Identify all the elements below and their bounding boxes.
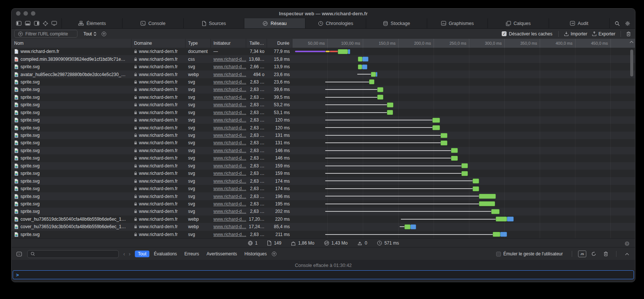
- waterfall-bar[interactable]: [292, 185, 635, 192]
- column-header-initiator[interactable]: Initiateur: [211, 39, 246, 48]
- filter-options-icon[interactable]: [99, 30, 108, 38]
- column-header-duration[interactable]: Durée: [267, 39, 292, 48]
- table-row[interactable]: sprite.svgwww.richard-dern.frsvgwww.rich…: [12, 124, 635, 131]
- waterfall-bar[interactable]: [292, 162, 635, 170]
- table-row[interactable]: sprite.svgwww.richard-dern.frsvgwww.rich…: [12, 109, 635, 116]
- import-button[interactable]: Importer: [564, 31, 587, 37]
- console-filter-icon[interactable]: [270, 250, 279, 258]
- table-row[interactable]: sprite.svgwww.richard-dern.frsvgwww.rich…: [12, 116, 635, 124]
- table-row[interactable]: sprite.svgwww.richard-dern.frsvgwww.rich…: [12, 139, 635, 147]
- tab-éléments[interactable]: Éléments: [62, 18, 123, 28]
- console-scope-tout[interactable]: Tout: [135, 251, 149, 257]
- resource-type-popup[interactable]: Tout: [83, 31, 96, 37]
- table-row[interactable]: sprite.svgwww.richard-dern.frsvgwww.rich…: [12, 154, 635, 162]
- dock-to-right-icon[interactable]: [34, 20, 39, 27]
- vertical-scrollbar[interactable]: [630, 50, 633, 76]
- help-icon[interactable]: ?: [622, 240, 631, 247]
- inspect-target-icon[interactable]: [43, 20, 48, 27]
- initiator-link[interactable]: www.richard-d…: [213, 194, 246, 199]
- chevron-up-icon[interactable]: [629, 41, 634, 43]
- waterfall-bar[interactable]: [292, 192, 635, 200]
- table-row[interactable]: sprite.svgwww.richard-dern.frsvgwww.rich…: [12, 63, 635, 70]
- dock-to-bottom-icon[interactable]: [25, 20, 31, 27]
- table-row[interactable]: sprite.svgwww.richard-dern.frsvgwww.rich…: [12, 185, 635, 192]
- table-row[interactable]: sprite.svgwww.richard-dern.frsvgwww.rich…: [12, 170, 635, 177]
- initiator-link[interactable]: www.richard-d…: [213, 186, 246, 191]
- initiator-link[interactable]: www.richard-d…: [213, 140, 246, 145]
- console-panel-picker-icon[interactable]: [15, 250, 23, 258]
- initiator-link[interactable]: www.richard-d…: [213, 117, 246, 123]
- tab-chronologies[interactable]: Chronologies: [305, 18, 366, 28]
- waterfall-bar[interactable]: [292, 154, 635, 162]
- initiator-link[interactable]: www.richard-d…: [213, 232, 246, 237]
- table-row[interactable]: cover_hu736519dc3b5040cfa48b6b559b6de6ec…: [12, 215, 635, 223]
- table-row[interactable]: sprite.svgwww.richard-dern.frsvgwww.rich…: [12, 132, 635, 139]
- initiator-link[interactable]: www.richard-d…: [213, 224, 246, 229]
- waterfall-bar[interactable]: [292, 55, 635, 63]
- initiator-link[interactable]: www.richard-d…: [213, 79, 246, 85]
- device-icon[interactable]: [51, 20, 57, 27]
- initiator-link[interactable]: www.richard-d…: [213, 163, 246, 169]
- waterfall-bar[interactable]: [292, 78, 635, 86]
- waterfall-bar[interactable]: [292, 86, 635, 93]
- column-header-name[interactable]: Nom: [12, 39, 131, 48]
- table-row[interactable]: sprite.svgwww.richard-dern.frsvgwww.rich…: [12, 177, 635, 185]
- column-header-type[interactable]: Type: [185, 39, 211, 48]
- initiator-link[interactable]: www.richard-d…: [213, 95, 246, 100]
- initiator-link[interactable]: www.richard-d…: [213, 148, 246, 153]
- waterfall-bar[interactable]: [292, 70, 635, 78]
- initiator-link[interactable]: www.richard-d…: [213, 217, 246, 222]
- waterfall-bar[interactable]: [292, 223, 635, 230]
- waterfall-bar[interactable]: [292, 139, 635, 147]
- waterfall-bar[interactable]: [292, 208, 635, 215]
- tab-stockage[interactable]: Stockage: [366, 18, 427, 28]
- collapse-console-icon[interactable]: [622, 250, 631, 258]
- initiator-link[interactable]: www.richard-d…: [213, 201, 246, 207]
- clear-network-trash-icon[interactable]: [624, 30, 633, 38]
- initiator-link[interactable]: www.richard-d…: [213, 125, 246, 130]
- table-row[interactable]: cover_hu736519dc3b5040cfa48b6b559b6de6ec…: [12, 223, 635, 230]
- waterfall-bar[interactable]: [292, 124, 635, 131]
- initiator-link[interactable]: www.richard-d…: [213, 133, 246, 138]
- waterfall-bar[interactable]: [292, 48, 635, 55]
- waterfall-bar[interactable]: [292, 170, 635, 177]
- table-row[interactable]: sprite.svgwww.richard-dern.frsvgwww.rich…: [12, 208, 635, 215]
- table-row[interactable]: sprite.svgwww.richard-dern.frsvgwww.rich…: [12, 231, 635, 238]
- waterfall-bar[interactable]: [292, 231, 635, 238]
- next-result-button[interactable]: ›: [129, 251, 131, 257]
- search-icon[interactable]: [613, 20, 622, 27]
- table-row[interactable]: avatar_hu85ecc3e298728880b0bde2dcc4e5c23…: [12, 70, 635, 78]
- initiator-link[interactable]: www.richard-d…: [213, 72, 246, 77]
- initiator-link[interactable]: www.richard-d…: [213, 110, 246, 115]
- clear-console-trash-icon[interactable]: [601, 250, 610, 258]
- url-filter-input[interactable]: Filtrer l'URL complète: [14, 30, 77, 38]
- emulate-user-gesture-checkbox[interactable]: Émuler le geste de l'utilisateur: [496, 251, 563, 256]
- initiator-link[interactable]: www.richard-d…: [213, 87, 246, 92]
- initiator-link[interactable]: www.richard-d…: [213, 57, 246, 62]
- console-scope-évaluations[interactable]: Évaluations: [151, 251, 180, 257]
- waterfall-bar[interactable]: [292, 63, 635, 70]
- js-context-icon[interactable]: JS: [578, 251, 586, 257]
- initiator-link[interactable]: www.richard-d…: [213, 102, 246, 107]
- waterfall-bar[interactable]: [292, 109, 635, 116]
- waterfall-bar[interactable]: [292, 116, 635, 124]
- gear-icon[interactable]: [623, 20, 632, 27]
- column-header-domain[interactable]: Domaine: [131, 39, 185, 48]
- tab-console[interactable]: Console: [123, 18, 183, 28]
- export-button[interactable]: Exporter: [592, 31, 615, 37]
- table-row[interactable]: sprite.svgwww.richard-dern.frsvgwww.rich…: [12, 200, 635, 208]
- console-prompt-input[interactable]: >: [13, 270, 634, 279]
- table-row[interactable]: sprite.svgwww.richard-dern.frsvgwww.rich…: [12, 101, 635, 108]
- dock-to-left-icon[interactable]: [16, 20, 22, 27]
- waterfall-bar[interactable]: [292, 101, 635, 108]
- previous-result-button[interactable]: ‹: [123, 251, 125, 257]
- table-row[interactable]: csscompiled.min.38390909f303624ed9e1cf1b…: [12, 55, 635, 63]
- tab-audit[interactable]: Audit: [549, 18, 610, 28]
- table-row[interactable]: sprite.svgwww.richard-dern.frsvgwww.rich…: [12, 192, 635, 200]
- waterfall-bar[interactable]: [292, 94, 635, 101]
- tab-réseau[interactable]: Réseau: [244, 18, 305, 28]
- console-scope-historiques[interactable]: Historiques: [241, 251, 270, 257]
- waterfall-bar[interactable]: [292, 215, 635, 223]
- tab-sources[interactable]: Sources: [184, 18, 244, 28]
- initiator-link[interactable]: www.richard-d…: [213, 64, 246, 69]
